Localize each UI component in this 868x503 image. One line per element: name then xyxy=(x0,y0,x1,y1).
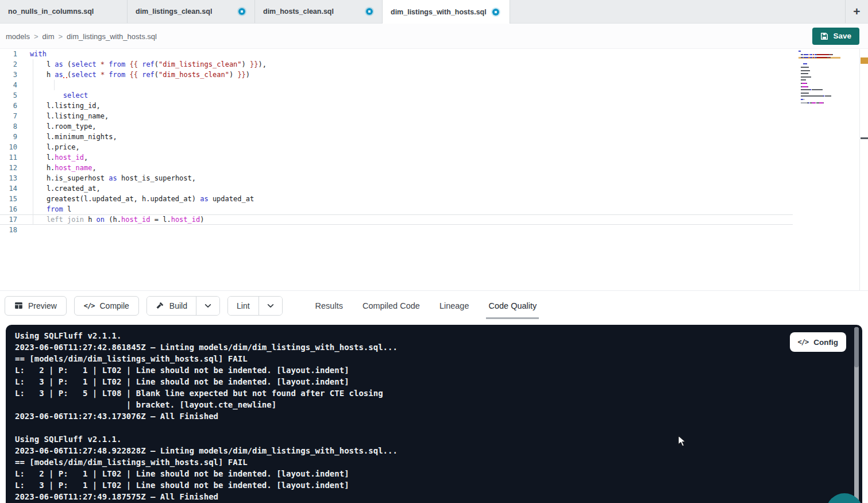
line-number: 16 xyxy=(0,204,17,214)
build-dropdown-button[interactable] xyxy=(196,297,219,315)
code-line[interactable]: 8 l.room_type, xyxy=(0,121,793,132)
code-line[interactable]: 11 l.host_id, xyxy=(0,152,793,163)
line-number: 3 xyxy=(0,70,17,80)
code-text: l.listing_id, xyxy=(17,101,101,111)
minimap-line xyxy=(798,67,840,68)
terminal-line: L: 2 | P: 1 | LT02 | Line should not be … xyxy=(15,468,853,479)
minimap[interactable] xyxy=(798,51,840,109)
code-line[interactable]: 17 left join h on (h.host_id = l.host_id… xyxy=(0,214,793,225)
file-header-row: models>dim>dim_listings_with_hosts.sql S… xyxy=(0,24,868,49)
overview-ruler xyxy=(859,49,860,290)
code-line[interactable]: 18 xyxy=(0,225,793,235)
code-text: h as (select * from {{ ref("dim_hosts_cl… xyxy=(17,70,250,80)
line-number: 15 xyxy=(0,194,17,204)
terminal-line: 2023-06-06T11:27:42.861845Z — Linting mo… xyxy=(15,341,853,353)
compile-button[interactable]: </> Compile xyxy=(74,296,139,316)
code-line[interactable]: 6 l.listing_id, xyxy=(0,101,793,111)
result-tab-lineage[interactable]: Lineage xyxy=(439,291,469,321)
terminal-line: L: 2 | P: 1 | LT02 | Line should not be … xyxy=(15,364,853,376)
lint-split-button: Lint xyxy=(227,296,283,316)
minimap-line xyxy=(798,79,840,80)
line-number: 11 xyxy=(0,152,17,163)
breadcrumb-item[interactable]: models xyxy=(6,32,30,41)
terminal-line: Using SQLFluff v2.1.1. xyxy=(15,330,853,341)
preview-grid-icon xyxy=(14,301,23,310)
tab-label: dim_listings_clean.sql xyxy=(136,7,212,16)
chevron-down-icon xyxy=(267,302,275,310)
lint-button[interactable]: Lint xyxy=(228,297,259,315)
result-tab-code-quality[interactable]: Code Quality xyxy=(488,291,537,321)
editor-tab[interactable]: dim_listings_clean.sql xyxy=(128,0,255,23)
minimap-line xyxy=(798,86,840,87)
code-line[interactable]: 10 l.price, xyxy=(0,142,793,152)
terminal-line: L: 3 | P: 5 | LT08 | Blank line expected… xyxy=(15,387,853,399)
line-number: 4 xyxy=(0,80,17,90)
line-number: 7 xyxy=(0,111,17,121)
editor-tab[interactable]: dim_hosts_clean.sql xyxy=(255,0,383,23)
code-line[interactable]: 13 h.is_superhost as host_is_superhost, xyxy=(0,173,793,183)
line-number: 12 xyxy=(0,163,17,173)
indent-guide xyxy=(54,80,55,90)
minimap-line xyxy=(798,95,840,97)
minimap-line xyxy=(798,60,840,62)
line-number: 5 xyxy=(0,90,17,101)
code-line[interactable]: 9 l.minimum_nights, xyxy=(0,132,793,142)
modified-dot-icon xyxy=(492,9,499,16)
minimap-line xyxy=(798,70,840,71)
breadcrumb-separator: > xyxy=(34,32,38,41)
breadcrumb: models>dim>dim_listings_with_hosts.sql xyxy=(6,31,157,41)
breadcrumb-item[interactable]: dim xyxy=(43,32,55,41)
line-number: 1 xyxy=(0,49,17,59)
code-line[interactable]: 4 xyxy=(0,80,793,90)
code-text: with xyxy=(17,49,47,59)
code-text xyxy=(17,80,30,90)
config-code-icon: </> xyxy=(798,338,809,346)
line-number: 2 xyxy=(0,59,17,70)
modified-dot-icon xyxy=(366,8,373,15)
code-line[interactable]: 15 greatest(l.updated_at, h.updated_at) … xyxy=(0,194,793,204)
editor-tab[interactable]: dim_listings_with_hosts.sql xyxy=(383,0,510,24)
minimap-line xyxy=(798,73,840,74)
code-text: l as (select * from {{ ref("dim_listings… xyxy=(17,59,267,70)
indent-guide xyxy=(33,59,33,225)
minimap-line xyxy=(798,99,840,100)
editor-tab[interactable]: no_nulls_in_columns.sql xyxy=(0,0,128,23)
save-floppy-icon xyxy=(820,32,828,40)
open-file-tabs: no_nulls_in_columns.sqldim_listings_clea… xyxy=(0,0,510,23)
code-editor[interactable]: 1with2 l as (select * from {{ ref("dim_l… xyxy=(0,49,868,290)
build-button[interactable]: Build xyxy=(147,297,196,315)
terminal-scrollbar[interactable] xyxy=(854,327,859,503)
tab-bar-spacer xyxy=(510,0,845,23)
lint-dropdown-button[interactable] xyxy=(259,297,282,315)
lint-output-terminal[interactable]: Using SQLFluff v2.1.1.2023-06-06T11:27:4… xyxy=(6,325,862,503)
new-tab-button[interactable]: + xyxy=(845,0,868,23)
code-line[interactable]: 2 l as (select * from {{ ref("dim_listin… xyxy=(0,59,793,70)
code-line[interactable]: 3 h as (select * from {{ ref("dim_hosts_… xyxy=(0,70,793,80)
terminal-line: == [models/dim/dim_listings_with_hosts.s… xyxy=(15,456,853,468)
preview-button[interactable]: Preview xyxy=(5,296,67,316)
line-number: 6 xyxy=(0,101,17,111)
code-line[interactable]: 5 select xyxy=(0,90,793,101)
code-line[interactable]: 7 l.listing_name, xyxy=(0,111,793,121)
result-tab-compiled-code[interactable]: Compiled Code xyxy=(362,291,420,321)
line-number: 18 xyxy=(0,225,17,235)
code-line[interactable]: 16 from l xyxy=(0,204,793,214)
overview-cursor-marker xyxy=(861,137,868,139)
save-button[interactable]: Save xyxy=(812,28,859,45)
modified-dot-icon xyxy=(238,8,245,15)
terminal-line xyxy=(15,422,853,433)
terminal-scrollbar-thumb[interactable] xyxy=(854,327,859,367)
preview-button-label: Preview xyxy=(28,301,57,310)
save-button-label: Save xyxy=(833,32,851,40)
code-line[interactable]: 14 l.created_at, xyxy=(0,183,793,194)
minimap-line xyxy=(798,93,840,94)
config-button[interactable]: </> Config xyxy=(790,332,846,352)
result-tab-results[interactable]: Results xyxy=(315,291,343,321)
terminal-line: 2023-06-06T11:27:49.187575Z — All Finish… xyxy=(15,491,853,502)
compile-button-label: Compile xyxy=(99,301,129,310)
code-line[interactable]: 12 h.host_name, xyxy=(0,163,793,173)
breadcrumb-item[interactable]: dim_listings_with_hosts.sql xyxy=(67,32,157,41)
code-text: greatest(l.updated_at, h.updated_at) as … xyxy=(17,194,254,204)
terminal-line: == [models/dim/dim_listings_with_hosts.s… xyxy=(15,353,853,364)
code-line[interactable]: 1with xyxy=(0,49,793,59)
